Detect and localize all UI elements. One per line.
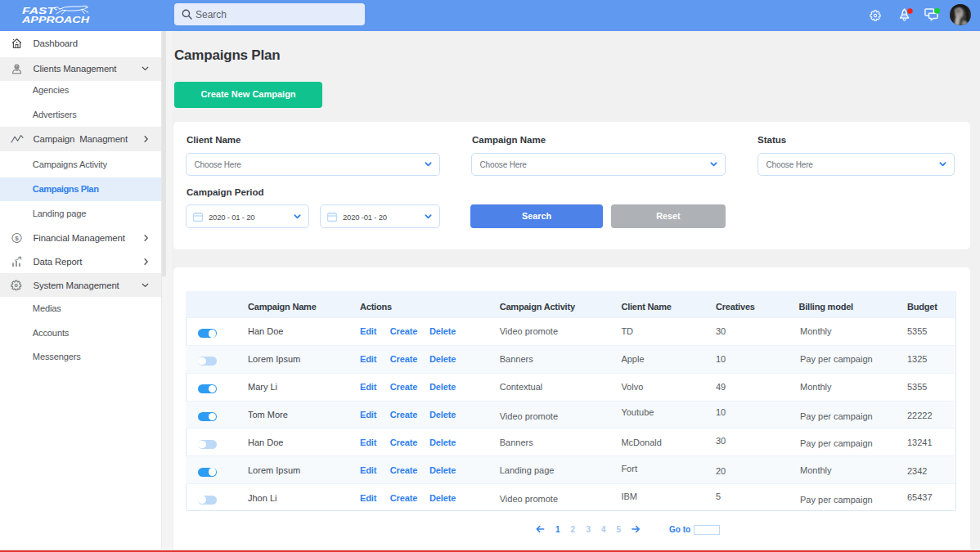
svg-text:APPROACH: APPROACH <box>21 15 90 25</box>
svg-text:$: $ <box>15 234 19 241</box>
